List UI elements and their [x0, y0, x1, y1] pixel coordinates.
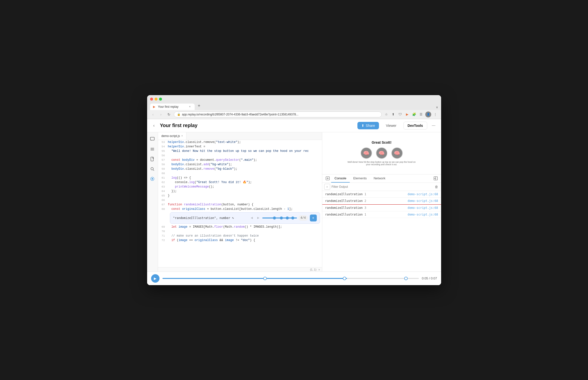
- file-tab-name: demo-script.js: [161, 134, 180, 138]
- forward-nav-button[interactable]: ›: [158, 111, 164, 117]
- code-line-72: 72 if (image == originalClass && image !…: [158, 238, 322, 243]
- devtools-tab-console[interactable]: Console: [331, 174, 350, 183]
- preview-content: Great Scott! 🧠 🧠 🧠 Well done! Now hit th…: [347, 140, 416, 166]
- console-row-text-3: randomizeIllustration 1: [325, 213, 366, 216]
- sidebar-icon-comments[interactable]: [148, 135, 156, 143]
- reload-nav-button[interactable]: ↻: [166, 111, 172, 117]
- tab-close-button[interactable]: ×: [188, 105, 192, 109]
- preview-area: Great Scott! 🧠 🧠 🧠 Well done! Now hit th…: [322, 132, 441, 174]
- console-row-link-1[interactable]: demo-script.js:68: [408, 199, 438, 203]
- code-line-61: 61 log(() => {: [158, 176, 322, 180]
- code-line-67: 67 function randomizeIllustration(button…: [158, 202, 322, 207]
- timeline-dot-4[interactable]: [291, 217, 294, 219]
- tab-title: Your first replay: [158, 105, 187, 109]
- console-row-text-2: randomizeIllustration 3: [325, 206, 366, 210]
- preview-title: Great Scott!: [347, 140, 416, 144]
- code-editor[interactable]: 53 helperDiv.classList.remove("text-whit…: [158, 140, 322, 267]
- timeline-dot-1[interactable]: [273, 217, 276, 219]
- svg-point-5: [151, 167, 153, 170]
- devtools-layout-icon[interactable]: [432, 175, 439, 182]
- svg-line-6: [153, 170, 154, 171]
- new-tab-button[interactable]: +: [196, 103, 203, 109]
- log-next-button[interactable]: ▷: [256, 216, 261, 220]
- console-row-link-3[interactable]: demo-script.js:68: [408, 213, 438, 216]
- app-back-button[interactable]: ‹: [151, 123, 157, 129]
- address-actions: ☆ ⬆ 🛡 ▶ 🧩 ☰ 👤 ⋮: [384, 111, 438, 117]
- code-line-60: 60: [158, 171, 322, 176]
- preview-avatar-1: 🧠: [361, 147, 372, 159]
- tab-overflow-button[interactable]: ∨: [436, 106, 438, 109]
- url-text: app.replay.io/recording/b1f85807-2074-43…: [182, 113, 378, 116]
- code-line-64: 64 });: [158, 189, 322, 193]
- share-label: Share: [366, 124, 375, 128]
- browser-tab-active[interactable]: ▶ Your first replay ×: [150, 104, 195, 110]
- sidebar-icon-file[interactable]: [148, 155, 156, 163]
- browser-window: ▶ Your first replay × + ∨ ‹ › ↻ 🔒 app.re…: [147, 95, 441, 285]
- traffic-light-red[interactable]: [150, 98, 153, 101]
- ext-list-icon[interactable]: ☰: [418, 112, 424, 117]
- file-tab-bar: demo-script.js ×: [158, 132, 322, 140]
- sidebar-icon-events[interactable]: [148, 145, 156, 153]
- log-popup-text: "randomizeIlllustration", number ✎: [173, 216, 247, 220]
- ext-puzzle-icon[interactable]: 🧩: [411, 112, 417, 117]
- sidebar-icon-replay[interactable]: [148, 175, 156, 183]
- devtools-tab-elements[interactable]: Elements: [350, 174, 370, 183]
- code-line-62: 62 console.log("Great Scott! You did it!…: [158, 180, 322, 185]
- playback-track[interactable]: [162, 278, 419, 279]
- code-status-bar: (1, 1) »: [158, 267, 322, 271]
- url-bar[interactable]: 🔒 app.replay.io/recording/b1f85807-2074-…: [174, 111, 382, 117]
- console-row-0[interactable]: randomizeIllustration 1 demo-script.js:6…: [322, 191, 441, 198]
- timeline-dot-3[interactable]: [286, 217, 289, 219]
- main-area: demo-script.js × 53 helperDiv.classList.…: [147, 132, 441, 271]
- more-options-button[interactable]: ···: [430, 122, 437, 129]
- app-header: ‹ Your first replay ⬆ Share Viewer DevTo…: [147, 119, 441, 132]
- code-line-63: 63 printWelcomeMessage();: [158, 185, 322, 189]
- preview-avatar-3: 🧠: [391, 147, 403, 159]
- log-add-button[interactable]: +: [310, 215, 317, 221]
- console-filter-input[interactable]: [332, 185, 432, 189]
- code-nav-forward-button[interactable]: »: [318, 268, 320, 271]
- devtools-button[interactable]: DevTools: [403, 122, 427, 130]
- ext-replay-icon[interactable]: ▶: [404, 112, 410, 117]
- console-exec-button[interactable]: ›: [324, 184, 330, 190]
- profile-avatar[interactable]: 👤: [425, 111, 431, 117]
- file-tab-demo-script[interactable]: demo-script.js ×: [158, 132, 187, 140]
- code-line-69: 69 let image = IMAGES[Math.floor(Math.ra…: [158, 225, 322, 229]
- console-clear-button[interactable]: 🗑: [434, 184, 439, 190]
- ext-shield-icon[interactable]: 🛡: [398, 112, 403, 117]
- code-line-59: 59 bodyDiv.classList.remove("bg-black");: [158, 167, 322, 171]
- console-row-link-2[interactable]: demo-script.js:68: [408, 206, 438, 210]
- browser-menu-icon[interactable]: ⋮: [433, 112, 438, 117]
- share-button[interactable]: ⬆ Share: [357, 122, 379, 129]
- playback-bar: ▶ 0:05 / 0:07: [147, 271, 441, 285]
- traffic-light-yellow[interactable]: [155, 98, 158, 101]
- playback-handle-2[interactable]: [343, 277, 346, 280]
- tabs-bar: ▶ Your first replay × + ∨: [150, 103, 438, 110]
- log-prev-button[interactable]: ◁: [249, 216, 254, 220]
- file-tab-close-button[interactable]: ×: [181, 135, 183, 137]
- code-line-57: 57 const bodyDiv = document.querySelecto…: [158, 158, 322, 162]
- console-row-3[interactable]: randomizeIllustration 1 demo-script.js:6…: [322, 211, 441, 218]
- code-line-66: 66: [158, 198, 322, 202]
- share-addr-icon[interactable]: ⬆: [391, 112, 396, 117]
- traffic-light-green[interactable]: [159, 98, 162, 101]
- devtools-tab-network[interactable]: Network: [370, 174, 389, 183]
- console-row-link-0[interactable]: demo-script.js:68: [408, 192, 438, 196]
- viewer-button[interactable]: Viewer: [382, 122, 401, 129]
- code-line-68: 68 const originalClass = button.classLis…: [158, 207, 322, 211]
- devtools-inspect-button[interactable]: [324, 175, 331, 182]
- preview-avatars: 🧠 🧠 🧠: [347, 147, 416, 159]
- sidebar-icon-search[interactable]: [148, 165, 156, 173]
- svg-point-8: [152, 178, 153, 180]
- console-row-1[interactable]: randomizeIllustration 2 demo-script.js:6…: [322, 198, 441, 204]
- code-line-70: 70: [158, 229, 322, 234]
- play-button[interactable]: ▶: [151, 274, 160, 283]
- playback-handle-1[interactable]: [263, 277, 267, 280]
- back-nav-button[interactable]: ‹: [150, 111, 156, 117]
- console-row-2[interactable]: randomizeIllustration 3 demo-script.js:6…: [322, 204, 441, 211]
- playback-handle-3[interactable]: [404, 277, 408, 280]
- timeline-dot-2[interactable]: [280, 217, 283, 219]
- preview-avatar-2: 🧠: [376, 147, 387, 159]
- bookmark-icon[interactable]: ☆: [384, 112, 389, 117]
- playback-progress: [162, 278, 347, 279]
